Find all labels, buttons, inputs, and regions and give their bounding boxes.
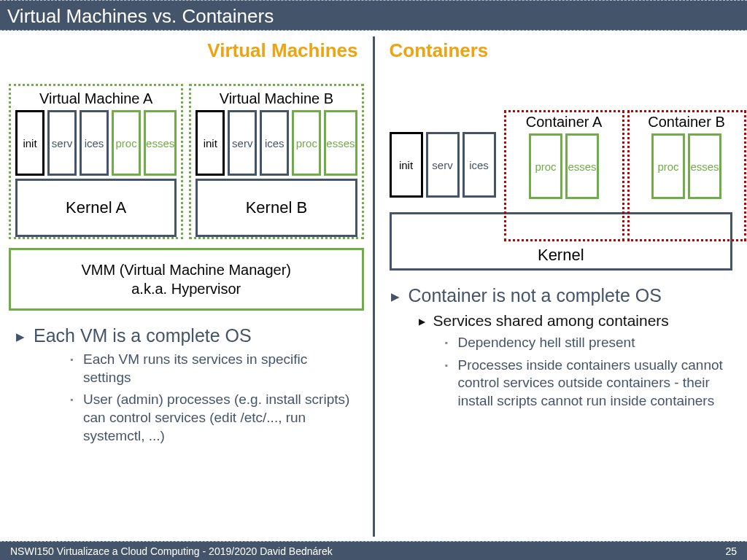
right-heading: Containers bbox=[384, 39, 739, 62]
slide-footer: NSWI150 Virtualizace a Cloud Computing -… bbox=[0, 541, 747, 560]
vm-b-ices: ices bbox=[260, 110, 289, 176]
vm-b-serv: serv bbox=[228, 110, 257, 176]
container-a-box: Container A proc esses bbox=[504, 110, 624, 241]
slide-title: Virtual Machines vs. Containers bbox=[0, 0, 747, 31]
vm-b-proc: proc bbox=[292, 110, 321, 176]
page-number: 25 bbox=[725, 545, 737, 557]
right-bullet-3a: Dependency hell still present bbox=[384, 334, 739, 352]
right-bullet-3b: Processes inside containers usually cann… bbox=[384, 357, 739, 411]
vm-a-ices: ices bbox=[80, 110, 109, 176]
host-init: init bbox=[390, 132, 423, 198]
left-heading: Virtual Machines bbox=[9, 39, 364, 62]
right-column: Containers Kernel init serv ices Contain… bbox=[375, 31, 748, 541]
container-b-title: Container B bbox=[630, 114, 744, 131]
right-bullet-2: Services shared among containers bbox=[384, 312, 739, 330]
vm-b-esses: esses bbox=[324, 110, 357, 176]
host-serv: serv bbox=[426, 132, 460, 198]
vm-a-proc: proc bbox=[112, 110, 141, 176]
vm-a-title: Virtual Machine A bbox=[15, 90, 177, 107]
left-bullet-1a: Each VM runs its services in specific se… bbox=[9, 351, 364, 386]
hypervisor-box: VMM (Virtual Machine Manager) a.k.a. Hyp… bbox=[9, 248, 364, 311]
left-bullet-1b: User (admin) processes (e.g. install scr… bbox=[9, 391, 364, 445]
container-a-proc: proc bbox=[529, 133, 562, 199]
container-a-title: Container A bbox=[506, 114, 622, 131]
vm-a-serv: serv bbox=[47, 110, 77, 176]
vm-a-box: Virtual Machine A init serv ices proc es… bbox=[9, 84, 183, 239]
right-bullet-1: Container is not a complete OS bbox=[384, 285, 739, 306]
kernel-a: Kernel A bbox=[15, 179, 177, 237]
container-diagram: Kernel init serv ices Container A proc e… bbox=[384, 103, 739, 271]
vm-a-init: init bbox=[15, 110, 44, 176]
vm-b-init: init bbox=[196, 110, 225, 176]
container-b-esses: esses bbox=[688, 133, 721, 199]
host-ices: ices bbox=[462, 132, 496, 198]
container-b-box: Container B proc esses bbox=[627, 110, 746, 241]
vm-b-box: Virtual Machine B init serv ices proc es… bbox=[189, 84, 363, 239]
vm-a-esses: esses bbox=[144, 110, 177, 176]
host-processes: init serv ices bbox=[390, 132, 499, 198]
vmm-line2: a.k.a. Hypervisor bbox=[18, 279, 355, 298]
container-b-proc: proc bbox=[651, 133, 685, 199]
vm-b-title: Virtual Machine B bbox=[196, 90, 357, 107]
footer-text: NSWI150 Virtualizace a Cloud Computing -… bbox=[10, 545, 333, 557]
vmm-line1: VMM (Virtual Machine Manager) bbox=[18, 260, 355, 279]
left-column: Virtual Machines Virtual Machine A init … bbox=[0, 31, 373, 541]
kernel-b: Kernel B bbox=[196, 179, 357, 237]
container-a-esses: esses bbox=[565, 133, 599, 199]
left-bullet-1: Each VM is a complete OS bbox=[9, 325, 364, 346]
